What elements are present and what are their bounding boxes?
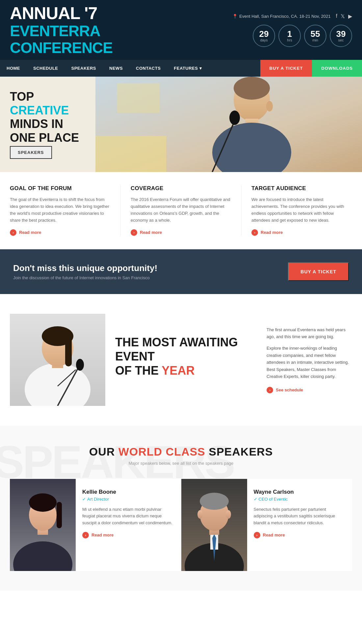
cta-banner: Don't miss this unique opportunity! Join… <box>0 249 362 294</box>
read-more-arrow-kellie: › <box>82 532 89 538</box>
event-location: 📍 Event Hall, San Francisco, CA. 18-21 N… <box>232 14 330 19</box>
see-schedule-link[interactable]: › See schedule <box>267 387 352 393</box>
speaker-bio-kellie: Mi ut eleifend a nunc etiam morbi pulvin… <box>82 506 174 527</box>
svg-point-9 <box>266 101 273 111</box>
logo-eventerra: EVENTERRA <box>10 23 113 39</box>
read-more-arrow-icon-2: › <box>131 229 137 236</box>
speaker-role-kellie: Art Director <box>82 497 174 502</box>
svg-rect-24 <box>57 502 62 528</box>
youtube-icon[interactable]: ▶ <box>348 13 352 19</box>
speaker-role-wayne: CEO of Eventic <box>254 497 346 502</box>
cta-headline: Don't miss this unique opportunity! <box>13 263 157 273</box>
svg-rect-2 <box>117 83 160 113</box>
info-goal-title: GOAL OF THE FORUM <box>10 185 111 192</box>
info-coverage-text: The 2016 Eventerra Forum will offer quan… <box>131 196 231 224</box>
nav-speakers[interactable]: SPEAKERS <box>65 60 103 77</box>
awaiting-speaker-image <box>10 314 105 406</box>
svg-rect-1 <box>95 136 166 172</box>
awaiting-content: THE MOST AWAITING EVENT OF THE YEAR <box>115 314 257 406</box>
speakers-button[interactable]: SPEAKERS <box>10 146 52 159</box>
countdown-hrs: 1 hrs <box>278 25 301 47</box>
read-more-arrow-icon: › <box>10 229 16 236</box>
hero-text: TOP CREATIVE MINDS IN ONE PLACE SPEAKERS <box>0 77 95 172</box>
header-top: ANNUAL '7 EVENTERRA CONFERENCE 📍 Event H… <box>0 0 362 60</box>
speaker-name-wayne: Wayne Carlson <box>254 489 346 495</box>
cta-subtext: Join the discussion of the future of Int… <box>13 275 157 280</box>
nav-links: HOME SCHEDULE SPEAKERS NEWS CONTACTS FEA… <box>0 60 260 77</box>
logo-conference: CONFERENCE <box>10 39 113 56</box>
speakers-section: SPEAKERS OUR WORLD CLASS SPEAKERS Major … <box>0 426 362 591</box>
speaker-card-0: Kellie Boone Art Director Mi ut eleifend… <box>10 479 181 571</box>
speaker-photo-kellie <box>10 479 76 571</box>
speaker-info-wayne: Wayne Carlson CEO of Eventic Senectus fe… <box>247 479 352 571</box>
countdown-sec: 39 sec <box>330 25 352 47</box>
nav-contacts[interactable]: CONTACTS <box>129 60 167 77</box>
read-more-arrow-icon-3: › <box>251 229 258 236</box>
info-col-coverage: COVERAGE The 2016 Eventerra Forum will o… <box>121 185 242 235</box>
nav-downloads-button[interactable]: DOWNLOADS <box>312 60 362 77</box>
countdown-timer: 29 days 1 hrs 55 min 39 sec <box>253 25 352 47</box>
nav-buy-ticket-button[interactable]: BUY A TICKET <box>260 60 312 77</box>
facebook-icon[interactable]: f <box>336 13 337 19</box>
awaiting-section: THE MOST AWAITING EVENT OF THE YEAR The … <box>0 294 362 426</box>
info-coverage-title: COVERAGE <box>131 185 231 192</box>
hero-image <box>95 77 362 172</box>
svg-point-4 <box>234 77 270 100</box>
svg-point-33 <box>226 510 231 519</box>
logo-annual: ANNUAL '7 <box>10 4 113 23</box>
cta-text: Don't miss this unique opportunity! Join… <box>13 263 157 280</box>
info-goal-text: The goal of the Eventerra is to shift th… <box>10 196 111 224</box>
awaiting-para2: Explore the inner-workings of leading cr… <box>267 345 352 380</box>
info-audience-title: TARGET AUDIENCE <box>251 185 352 192</box>
info-col-audience: TARGET AUDIENCE We are focused to introd… <box>242 185 362 235</box>
awaiting-right: The first annual Eventerra was held year… <box>267 314 352 406</box>
info-audience-text: We are focused to introduce the latest a… <box>251 196 352 224</box>
nav-news[interactable]: NEWS <box>103 60 129 77</box>
hero-speaker-image <box>95 77 362 172</box>
svg-point-32 <box>197 510 203 519</box>
nav-home[interactable]: HOME <box>0 60 27 77</box>
info-section: GOAL OF THE FORUM The goal of the Evente… <box>0 172 362 249</box>
twitter-icon[interactable]: 𝕏 <box>341 13 345 19</box>
countdown-min: 55 min <box>304 25 326 47</box>
countdown-days: 29 days <box>253 25 275 47</box>
read-more-arrow-wayne: › <box>254 532 260 538</box>
nav-features[interactable]: FEATURES ▾ <box>167 60 208 77</box>
speakers-grid: Kellie Boone Art Director Mi ut eleifend… <box>10 479 352 571</box>
svg-point-31 <box>200 493 229 510</box>
hero-title: TOP CREATIVE MINDS IN ONE PLACE <box>10 90 86 144</box>
info-goal-read-more[interactable]: › Read more <box>10 229 111 236</box>
speakers-subtitle: Major speakers below, see all list on th… <box>10 461 352 466</box>
header-right: 📍 Event Hall, San Francisco, CA. 18-21 N… <box>232 13 352 47</box>
speaker-read-more-kellie[interactable]: › Read more <box>82 532 174 538</box>
info-col-goal: GOAL OF THE FORUM The goal of the Evente… <box>0 185 121 235</box>
hero-section: TOP CREATIVE MINDS IN ONE PLACE SPEAKERS <box>0 77 362 172</box>
speaker-bio-wayne: Senectus felis parturient per parturient… <box>254 506 346 527</box>
header-logo: ANNUAL '7 EVENTERRA CONFERENCE <box>10 4 113 56</box>
svg-point-8 <box>229 111 240 125</box>
header-meta: 📍 Event Hall, San Francisco, CA. 18-21 N… <box>232 13 352 19</box>
cta-buy-ticket-button[interactable]: BUY A TICKET <box>288 262 349 281</box>
social-icons: f 𝕏 ▶ <box>336 13 352 19</box>
navbar: HOME SCHEDULE SPEAKERS NEWS CONTACTS FEA… <box>0 60 362 77</box>
awaiting-title: THE MOST AWAITING EVENT OF THE YEAR <box>115 335 257 378</box>
svg-rect-15 <box>65 334 72 366</box>
svg-point-23 <box>29 493 57 512</box>
speakers-header: OUR WORLD CLASS SPEAKERS Major speakers … <box>10 445 352 466</box>
speaker-read-more-wayne[interactable]: › Read more <box>254 532 346 538</box>
see-schedule-arrow-icon: › <box>267 387 273 393</box>
location-pin-icon: 📍 <box>232 14 238 19</box>
speaker-info-kellie: Kellie Boone Art Director Mi ut eleifend… <box>76 479 181 571</box>
info-coverage-read-more[interactable]: › Read more <box>131 229 231 236</box>
speaker-card-1: Wayne Carlson CEO of Eventic Senectus fe… <box>181 479 352 571</box>
info-audience-read-more[interactable]: › Read more <box>251 229 352 236</box>
speakers-heading: OUR WORLD CLASS SPEAKERS <box>10 445 352 458</box>
nav-schedule[interactable]: SCHEDULE <box>27 60 65 77</box>
awaiting-para1: The first annual Eventerra was held year… <box>267 326 352 340</box>
speaker-name-kellie: Kellie Boone <box>82 489 174 495</box>
speaker-photo-wayne <box>181 479 247 571</box>
svg-point-18 <box>76 359 84 371</box>
